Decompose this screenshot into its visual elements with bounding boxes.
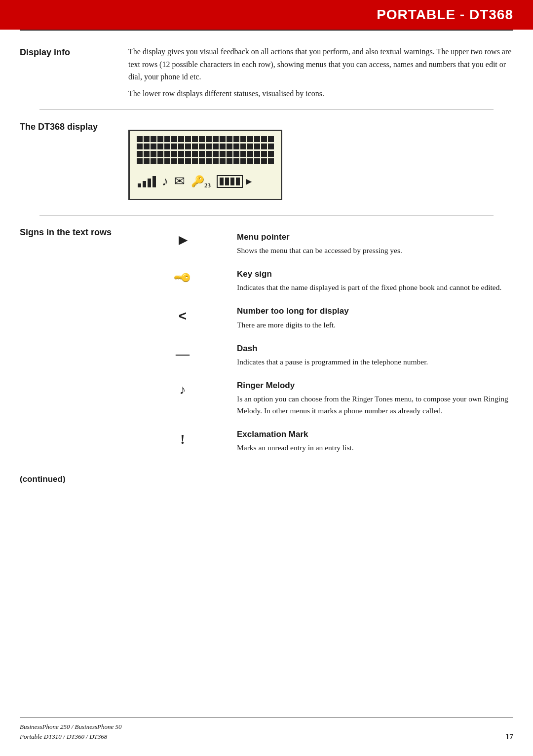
section-divider-2 bbox=[39, 215, 494, 216]
sign-key-sign: 🔑 Key sign Indicates that the name displ… bbox=[128, 267, 513, 293]
sign-number-desc: There are more digits to the left. bbox=[237, 319, 513, 331]
sign-number-title: Number too long for display bbox=[237, 304, 513, 318]
sign-key-content: Key sign Indicates that the name display… bbox=[237, 267, 513, 293]
signs-section-label: Signs in the text rows bbox=[20, 225, 128, 465]
exclamation-icon: ! bbox=[128, 428, 237, 454]
key123-icon: 🔑23 bbox=[191, 173, 211, 191]
page-header: PORTABLE - DT368 bbox=[0, 0, 533, 30]
sign-key-desc: Indicates that the name displayed is par… bbox=[237, 282, 513, 293]
sign-menu-pointer-title: Menu pointer bbox=[237, 230, 513, 244]
display-info-label: Display info bbox=[20, 45, 128, 100]
phone-display-graphic: ♪ ✉ 🔑23 ▶ bbox=[128, 130, 282, 200]
footer-line1: BusinessPhone 250 / BusinessPhone 50 bbox=[20, 722, 122, 732]
battery-icon bbox=[217, 175, 243, 188]
dt368-display-section: The DT368 display bbox=[20, 120, 513, 205]
display-info-text1: The display gives you visual feedback on… bbox=[128, 45, 513, 83]
continued-label: (continued) bbox=[20, 474, 513, 484]
sign-dash-content: Dash Indicates that a pause is programme… bbox=[237, 342, 513, 368]
sign-exclamation: ! Exclamation Mark Marks an unread entry… bbox=[128, 428, 513, 454]
dt368-display-label: The DT368 display bbox=[20, 120, 128, 205]
sign-number-content: Number too long for display There are mo… bbox=[237, 304, 513, 330]
sign-exclamation-content: Exclamation Mark Marks an unread entry i… bbox=[237, 428, 513, 454]
sign-key-title: Key sign bbox=[237, 267, 513, 281]
signs-list: ▶ Menu pointer Shows the menu that can b… bbox=[128, 230, 513, 465]
sign-ringer-title: Ringer Melody bbox=[237, 379, 513, 392]
left-arrow-icon: < bbox=[128, 304, 237, 330]
main-content: Display info The display gives you visua… bbox=[0, 31, 533, 529]
dash-icon: — bbox=[128, 342, 237, 368]
section-divider-1 bbox=[39, 109, 494, 110]
footer-line2: Portable DT310 / DT360 / DT368 bbox=[20, 732, 122, 742]
sign-dash: — Dash Indicates that a pause is program… bbox=[128, 342, 513, 368]
sign-ringer-content: Ringer Melody Is an option you can choos… bbox=[237, 379, 513, 417]
sign-menu-pointer-desc: Shows the menu that can be accessed by p… bbox=[237, 245, 513, 256]
sign-exclamation-desc: Marks an unread entry in an entry list. bbox=[237, 442, 513, 454]
signal-bars-icon bbox=[138, 176, 156, 187]
page-footer: BusinessPhone 250 / BusinessPhone 50 Por… bbox=[20, 718, 513, 741]
sign-dash-desc: Indicates that a pause is programmed in … bbox=[237, 356, 513, 368]
key-sign-icon: 🔑 bbox=[128, 267, 237, 293]
sign-ringer-melody: ♪ Ringer Melody Is an option you can cho… bbox=[128, 379, 513, 417]
display-info-body: The display gives you visual feedback on… bbox=[128, 45, 513, 100]
display-info-text2: The lower row displays different statuse… bbox=[128, 87, 513, 100]
sign-ringer-desc: Is an option you can choose from the Rin… bbox=[237, 393, 513, 417]
display-info-section: Display info The display gives you visua… bbox=[20, 45, 513, 100]
sign-dash-title: Dash bbox=[237, 342, 513, 355]
footer-page-number: 17 bbox=[505, 732, 513, 741]
sign-number-too-long: < Number too long for display There are … bbox=[128, 304, 513, 330]
header-title: PORTABLE - DT368 bbox=[377, 7, 513, 22]
envelope-icon: ✉ bbox=[174, 171, 185, 192]
battery-tip-icon: ▶ bbox=[246, 175, 252, 188]
note-icon: ♪ bbox=[162, 171, 168, 192]
sign-menu-pointer: ▶ Menu pointer Shows the menu that can b… bbox=[128, 230, 513, 256]
sign-exclamation-title: Exclamation Mark bbox=[237, 428, 513, 441]
signs-section: Signs in the text rows ▶ Menu pointer Sh… bbox=[20, 225, 513, 465]
menu-pointer-icon: ▶ bbox=[128, 230, 237, 256]
dt368-display-body: ♪ ✉ 🔑23 ▶ bbox=[128, 120, 513, 205]
ringer-melody-icon: ♪ bbox=[128, 379, 237, 417]
footer-info: BusinessPhone 250 / BusinessPhone 50 Por… bbox=[20, 722, 122, 741]
sign-menu-pointer-content: Menu pointer Shows the menu that can be … bbox=[237, 230, 513, 256]
